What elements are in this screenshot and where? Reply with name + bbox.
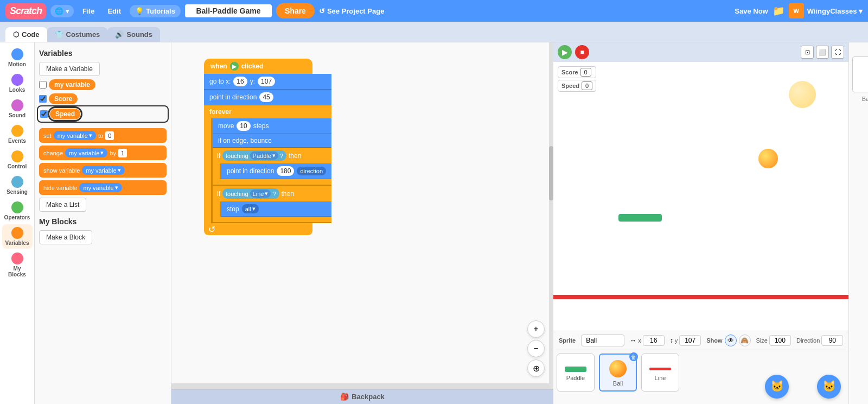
stage-sidebar: Stage Backdrops 1 xyxy=(848,42,868,404)
zoom-in-button[interactable]: + xyxy=(527,320,545,338)
speed-checkbox[interactable] xyxy=(40,110,48,118)
delete-ball-button[interactable]: 🗑 xyxy=(629,352,638,361)
category-events[interactable]: Events xyxy=(2,122,33,147)
category-control[interactable]: Control xyxy=(2,148,33,172)
goto-block[interactable]: go to x: 16 y: 107 xyxy=(204,74,331,90)
stop-button[interactable]: ■ xyxy=(575,45,589,59)
goto-y-input[interactable]: 107 xyxy=(258,77,275,86)
globe-button[interactable]: 🌐 ▾ xyxy=(50,5,74,17)
sprite-y-input[interactable] xyxy=(679,335,701,346)
my-blocks-dot xyxy=(11,252,23,264)
folder-button[interactable]: 📁 xyxy=(773,5,784,17)
point-direction-input[interactable]: 45 xyxy=(259,92,273,102)
change-block[interactable]: change my variable ▾ by 1 xyxy=(39,146,167,160)
if-paddle-block[interactable]: if touching Paddle ▾ ? then xyxy=(213,148,331,163)
sprite-thumb-line[interactable]: Line xyxy=(641,354,679,392)
make-block-button[interactable]: Make a Block xyxy=(39,230,92,244)
username-button[interactable]: WiingyClasses ▾ xyxy=(807,7,863,15)
sprite-name-input[interactable] xyxy=(581,334,624,346)
point-direction-block[interactable]: point in direction 45 xyxy=(204,90,331,105)
set-variable-dropdown[interactable]: my variable ▾ xyxy=(54,131,96,140)
direction-dropdown[interactable]: direction xyxy=(297,167,326,175)
see-project-page-button[interactable]: ↺ See Project Page xyxy=(319,7,385,15)
edit-menu-button[interactable]: Edit xyxy=(103,5,125,17)
stage-thumb-icon xyxy=(854,60,868,90)
category-sound[interactable]: Sound xyxy=(2,97,33,121)
show-variable-dropdown[interactable]: my variable ▾ xyxy=(82,166,124,175)
add-sprite-button[interactable]: 🐱 xyxy=(765,375,789,399)
category-looks[interactable]: Looks xyxy=(2,71,33,96)
move-steps-block[interactable]: move 10 steps xyxy=(213,118,331,134)
stop-all-block[interactable]: stop all ▾ xyxy=(221,201,331,217)
set-value-input[interactable]: 0 xyxy=(105,131,114,140)
touching-line-condition[interactable]: touching Line ▾ ? xyxy=(222,188,279,199)
tab-costumes[interactable]: 👕 Costumes xyxy=(47,27,108,42)
make-list-button[interactable]: Make a List xyxy=(39,198,86,212)
change-value-input[interactable]: 1 xyxy=(118,149,127,157)
point-direction-180-block[interactable]: point in direction 180 direction xyxy=(221,163,331,179)
category-variables[interactable]: Variables xyxy=(2,224,33,249)
hat-block[interactable]: when ▶ clicked xyxy=(204,59,312,74)
sprite-thumb-ball[interactable]: 🗑 Ball xyxy=(599,354,637,392)
looks-dot xyxy=(11,74,23,86)
change-variable-dropdown[interactable]: my variable ▾ xyxy=(65,148,107,157)
category-motion-label: Motion xyxy=(8,61,26,67)
layout-fullscreen-button[interactable]: ⛶ xyxy=(831,46,844,59)
project-title-input[interactable] xyxy=(185,4,272,17)
touching-paddle-condition[interactable]: touching Paddle ▾ ? xyxy=(222,150,286,161)
goto-x-input[interactable]: 16 xyxy=(233,77,247,86)
tab-code[interactable]: ⬡ Code xyxy=(5,27,47,42)
move-steps-input[interactable]: 10 xyxy=(237,121,250,131)
tutorials-button[interactable]: 💡 Tutorials xyxy=(130,5,181,17)
category-sensing[interactable]: Sensing xyxy=(2,173,33,198)
layout-small-button[interactable]: ⊡ xyxy=(801,46,814,59)
show-variable-block[interactable]: show variable my variable ▾ xyxy=(39,163,167,178)
make-variable-button[interactable]: Make a Variable xyxy=(39,62,100,76)
sprite-size-input[interactable] xyxy=(769,335,791,346)
vertical-scrollbar[interactable] xyxy=(549,42,553,388)
sprite-thumb-paddle[interactable]: Paddle xyxy=(557,354,595,392)
sprite-direction-input[interactable] xyxy=(821,335,843,346)
if-line-block[interactable]: if touching Line ▾ ? then xyxy=(213,186,331,201)
file-menu-button[interactable]: File xyxy=(78,5,99,17)
category-looks-label: Looks xyxy=(9,87,25,93)
svg-point-1 xyxy=(609,360,627,377)
speed-value: 0 xyxy=(582,81,592,90)
stop-dropdown[interactable]: all ▾ xyxy=(242,204,259,213)
zoom-out-button[interactable]: − xyxy=(527,340,545,357)
green-flag-button[interactable]: ▶ xyxy=(558,45,572,59)
hide-variable-block[interactable]: hide variable my variable ▾ xyxy=(39,180,167,195)
hide-button[interactable]: 🙈 xyxy=(739,334,751,346)
set-block[interactable]: set my variable ▾ to 0 xyxy=(39,128,167,143)
point-180-input[interactable]: 180 xyxy=(277,166,294,176)
save-now-button[interactable]: Save Now xyxy=(735,7,768,15)
line-dropdown[interactable]: Line ▾ xyxy=(250,190,271,198)
sprite-x-input[interactable] xyxy=(643,335,665,346)
score-checkbox[interactable] xyxy=(39,95,47,103)
category-my-blocks[interactable]: My Blocks xyxy=(2,250,33,280)
add-stage-button[interactable]: 🐱 xyxy=(817,375,841,399)
my-variable-checkbox[interactable] xyxy=(39,81,47,89)
horizontal-scrollbar[interactable] xyxy=(171,383,553,389)
stage-thumbnail[interactable] xyxy=(852,56,868,92)
speed-pill[interactable]: Speed xyxy=(50,109,80,119)
forever-block[interactable]: forever xyxy=(204,105,331,118)
scratch-logo[interactable]: Scratch xyxy=(5,3,46,19)
paddle-dropdown[interactable]: Paddle ▾ xyxy=(250,152,278,160)
my-variable-pill[interactable]: my variable xyxy=(49,79,95,90)
layout-normal-button[interactable]: ⬜ xyxy=(816,46,829,59)
share-button[interactable]: Share xyxy=(276,3,315,18)
if-on-edge-bounce-block[interactable]: if on edge, bounce xyxy=(213,134,331,148)
category-operators[interactable]: Operators xyxy=(2,199,33,223)
category-motion[interactable]: Motion xyxy=(2,46,33,70)
scripts-area[interactable]: when ▶ clicked go to x: 16 y: 107 point … xyxy=(171,42,553,404)
show-button[interactable]: 👁 xyxy=(725,334,737,346)
stage-controls: ▶ ■ xyxy=(558,45,589,59)
score-pill[interactable]: Score xyxy=(49,93,78,104)
hide-variable-dropdown[interactable]: my variable ▾ xyxy=(79,183,122,192)
zoom-fit-button[interactable]: ⊕ xyxy=(527,359,545,377)
tab-sounds[interactable]: 🔊 Sounds xyxy=(107,27,160,42)
backpack-bar[interactable]: 🎒 Backpack xyxy=(171,389,553,404)
category-sensing-label: Sensing xyxy=(7,189,28,195)
stage-and-sidebar: ▶ ■ ⊡ ⬜ ⛶ Score 0 xyxy=(553,42,868,404)
